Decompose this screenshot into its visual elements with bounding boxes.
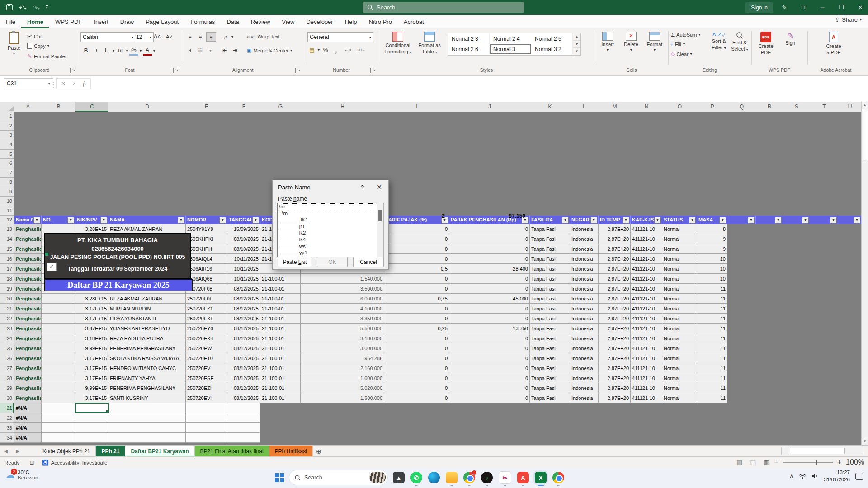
cell-O13[interactable]: Normal <box>662 224 697 234</box>
ribbon-tab-home[interactable]: Home <box>21 15 49 28</box>
cell-K29[interactable]: Tanpa Fasi <box>530 383 570 393</box>
cell-D30[interactable]: SANTI KUSRINY <box>108 393 186 403</box>
cell-L14[interactable]: Indonesia <box>570 234 599 244</box>
cell-E20[interactable]: 250720F0L <box>186 294 227 304</box>
insert-function-icon[interactable]: fx <box>83 80 86 87</box>
cell-P27[interactable]: 11 <box>697 363 727 373</box>
cell-E26[interactable]: 250720ET0 <box>186 353 227 363</box>
cell-J23[interactable]: 13.750 <box>449 324 530 333</box>
sheet-tab-pph-unifikasi[interactable]: PPh Unifikasi <box>269 446 313 457</box>
cell-I13[interactable]: 0 <box>384 224 449 234</box>
zoom-slider-thumb[interactable] <box>816 460 817 465</box>
cell-E27[interactable]: 250720EV <box>186 363 227 373</box>
ribbon-tab-review[interactable]: Review <box>245 15 276 28</box>
cell-C33[interactable] <box>75 423 108 433</box>
underline-button[interactable]: U <box>102 47 111 55</box>
cell-E25[interactable]: 250720EW <box>186 343 227 353</box>
styles-gallery-scrollbar[interactable]: ▲▼⊻ <box>573 33 581 56</box>
cell-C21[interactable]: 3,17E+15 <box>75 304 108 314</box>
cell-O23[interactable]: Normal <box>662 324 697 333</box>
formula-input[interactable] <box>100 78 868 88</box>
row-header-8[interactable]: 8 <box>0 178 14 187</box>
page-layout-view-icon[interactable]: ▤ <box>750 459 756 465</box>
sort-filter-button[interactable]: A↓Z▽ Sort &Filter ▾ <box>709 29 729 51</box>
row-header-2[interactable]: 2 <box>0 121 14 131</box>
bold-button[interactable]: B <box>81 47 90 55</box>
cell-J28[interactable]: 0 <box>449 373 530 383</box>
row-header-18[interactable]: 18 <box>0 274 14 284</box>
ribbon-tab-insert[interactable]: Insert <box>88 15 114 28</box>
anydesk-icon[interactable]: A <box>517 472 529 483</box>
italic-button[interactable]: I <box>92 47 101 55</box>
cell-J14[interactable]: 0 <box>449 234 530 244</box>
cell-K14[interactable]: Tanpa Fasi <box>530 234 570 244</box>
cell-I16[interactable]: 0 <box>384 254 449 264</box>
cell-D20[interactable]: REZA AKMAL ZAHRAN <box>108 294 186 304</box>
cell-G25[interactable]: 21-100-01 <box>260 343 301 353</box>
name-list-item[interactable]: _______JK1 <box>278 216 378 223</box>
scroll-up-icon[interactable]: ▲ <box>862 102 868 109</box>
cell-M30[interactable]: 2,87E+20 <box>599 393 631 403</box>
cell-F22[interactable]: 08/12/2025 <box>227 314 260 324</box>
cell-G22[interactable]: 21-100-01 <box>260 314 301 324</box>
macro-record-icon[interactable]: ⊞ <box>29 460 34 466</box>
cell-B22[interactable] <box>42 314 75 324</box>
cell-style-normal-2-3[interactable]: Normal 2 3 <box>448 33 490 44</box>
cell-D21[interactable]: M.IRFAN NURDIN <box>108 304 186 314</box>
cell-E33[interactable] <box>186 423 227 433</box>
cell-E30[interactable]: 250720EV: <box>186 393 227 403</box>
paste-list-button[interactable]: Paste List <box>278 257 311 267</box>
filter-header-Q[interactable]: ▼ <box>727 216 756 224</box>
ribbon-tab-formulas[interactable]: Formulas <box>184 15 221 28</box>
row-header-30[interactable]: 30 <box>0 393 14 403</box>
whatsapp-icon[interactable]: ✆ <box>410 472 422 483</box>
cell-D24[interactable]: REZA RADITYA PUTRA <box>108 333 186 343</box>
column-header-L[interactable]: L <box>570 102 599 112</box>
cell-A30[interactable]: Penghasilan yang diter <box>14 393 42 403</box>
filter-header-B[interactable]: NO.▼ <box>42 216 75 224</box>
cell-M22[interactable]: 2,87E+20 <box>599 314 631 324</box>
cell-L25[interactable]: Indonesia <box>570 343 599 353</box>
cell-I17[interactable]: 0,5 <box>384 264 449 274</box>
cell-A17[interactable]: Penghasilan yang diter <box>14 264 42 274</box>
cell-F32[interactable] <box>227 413 260 423</box>
conditional-formatting-button[interactable]: ConditionalFormatting ▾ <box>383 29 412 55</box>
name-list-item[interactable]: _______lk4 <box>278 236 378 243</box>
cell-M25[interactable]: 2,87E+20 <box>599 343 631 353</box>
cell-O21[interactable]: Normal <box>662 304 697 314</box>
cell-I19[interactable]: 0 <box>384 284 449 294</box>
increase-indent-button[interactable]: ⇥ <box>231 46 240 54</box>
cell-M16[interactable]: 2,87E+20 <box>599 254 631 264</box>
cell-L27[interactable]: Indonesia <box>570 363 599 373</box>
cell-O18[interactable]: Normal <box>662 274 697 284</box>
cell-J22[interactable]: 0 <box>449 314 530 324</box>
cell-F29[interactable]: 08/12/2025 <box>227 383 260 393</box>
cell-E16[interactable]: 2506AIQL4 <box>186 254 227 264</box>
cell-I25[interactable]: 0 <box>384 343 449 353</box>
cell-O16[interactable]: Normal <box>662 254 697 264</box>
cell-B24[interactable] <box>42 333 75 343</box>
cell-L19[interactable]: Indonesia <box>570 284 599 294</box>
cell-K17[interactable]: Tanpa Fasi <box>530 264 570 274</box>
cell-A25[interactable]: Penghasilan yang diter <box>14 343 42 353</box>
cell-O17[interactable]: Normal <box>662 264 697 274</box>
filter-header-A[interactable]: Nama Ob▼ <box>14 216 42 224</box>
cell-N17[interactable]: 411121-10 <box>631 264 662 274</box>
ribbon-tab-developer[interactable]: Developer <box>300 15 339 28</box>
cell-J27[interactable]: 0 <box>449 363 530 373</box>
minimize-button[interactable]: ─ <box>815 0 830 15</box>
comma-style-button[interactable]: , <box>331 46 340 54</box>
cell-I30[interactable]: 0 <box>384 393 449 403</box>
cell-I28[interactable]: 0 <box>384 373 449 383</box>
column-header-G[interactable]: G <box>260 102 301 112</box>
filter-header-L[interactable]: NEGARA▼ <box>570 216 599 224</box>
cell-F33[interactable] <box>227 423 260 433</box>
row-header-16[interactable]: 16 <box>0 254 14 264</box>
cell-L17[interactable]: Indonesia <box>570 264 599 274</box>
format-painter-button[interactable]: ✎Format Painter <box>27 53 67 60</box>
name-list-item[interactable]: _______jr1 <box>278 223 378 230</box>
filter-header-C[interactable]: NIK/NPV▼ <box>75 216 108 224</box>
row-header-12[interactable]: 12 <box>0 216 14 224</box>
cell-P26[interactable]: 11 <box>697 353 727 363</box>
column-header-F[interactable]: F <box>227 102 261 112</box>
